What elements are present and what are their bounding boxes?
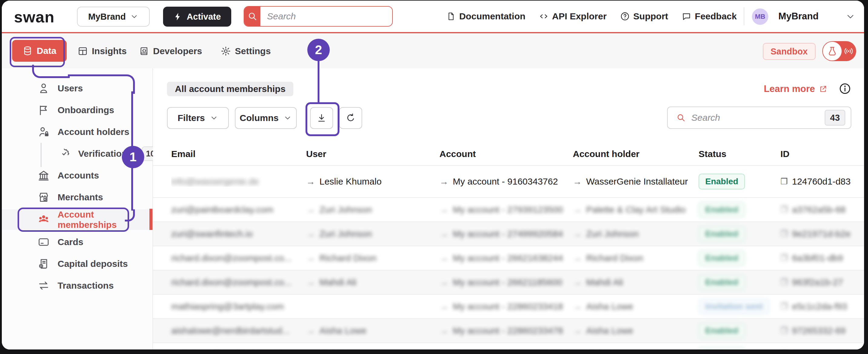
arrow-icon: → [439, 277, 448, 287]
copy-icon[interactable]: ❐ [780, 177, 788, 186]
arrow-icon: → [439, 205, 448, 215]
cell-id: 9e21971d-b2e [792, 229, 851, 239]
external-link-icon [818, 84, 828, 94]
table-row[interactable]: mathiaspring@3artplay.com →My account - … [153, 294, 864, 318]
cell-id: a3762a5b-68 [792, 205, 845, 215]
table-row[interactable]: aishalowe@nerdbirdartstud... →Aisha Lowe… [153, 343, 864, 350]
chevron-down-icon [210, 114, 218, 122]
sidebar-item-users[interactable]: Users [2, 78, 152, 99]
copy-icon: ❐ [780, 302, 788, 311]
cell-account[interactable]: My account - 9160343762 [453, 176, 558, 187]
documentation-link[interactable]: Documentation [446, 11, 525, 22]
arrow-icon: → [306, 176, 315, 187]
live-signal-icon [844, 46, 854, 56]
sidebar-item-capital-deposits[interactable]: Capital deposits [2, 253, 152, 274]
tab-developers[interactable]: Developers [139, 46, 202, 56]
database-icon [23, 46, 33, 56]
sidebar: Users Onboardings Account holders Verifi… [2, 68, 153, 350]
status-badge: Enabled [699, 202, 745, 217]
cell-email: mathiaspring@3artplay.com [171, 302, 284, 312]
cell-email: zuri@paintboardclay.com [171, 205, 273, 215]
transfer-icon [38, 280, 50, 292]
cell-holder[interactable]: WasserGenie Installateur [586, 176, 688, 187]
nav-bar: Data Insights Developers Settings Sandbo… [2, 33, 864, 69]
project-selector[interactable]: MyBrand [77, 7, 150, 27]
cell-id: 6a3bf01-db9 [792, 253, 843, 263]
swan-logo: swan [14, 8, 55, 26]
sidebar-label: Transactions [58, 281, 114, 291]
sidebar-item-accounts[interactable]: Accounts [2, 165, 152, 186]
sidebar-item-account-memberships[interactable]: Account memberships [2, 209, 152, 230]
tab-insights[interactable]: Insights [78, 46, 127, 56]
table-row[interactable]: zuri@paintboardclay.com →Zuri Johnson →M… [153, 197, 864, 221]
top-bar: swan MyBrand Activate Documentation API … [2, 1, 864, 32]
table-row[interactable]: info@wassergenie.de →Leslie Khumalo →My … [153, 165, 864, 197]
app-window: swan MyBrand Activate Documentation API … [2, 1, 864, 350]
arrow-icon: → [573, 302, 582, 312]
info-icon[interactable] [839, 82, 851, 95]
sidebar-label: Capital deposits [58, 259, 128, 269]
sidebar-item-cards[interactable]: Cards [2, 232, 152, 252]
cell-holder: Mahdi Ali [586, 277, 623, 287]
search-icon [247, 11, 258, 22]
arrow-icon: → [439, 229, 448, 239]
api-explorer-label: API Explorer [552, 11, 607, 22]
table-row[interactable]: richard.dixon@zoompost.co... →Richard Di… [153, 246, 864, 270]
cell-account: My account - 26621185600 [453, 277, 562, 287]
tab-data[interactable]: Data [12, 40, 67, 62]
user-icon [38, 82, 50, 95]
view-chip[interactable]: All account memberships [167, 82, 293, 96]
group-icon [38, 214, 50, 226]
export-button[interactable] [310, 107, 333, 129]
sidebar-item-verifications[interactable]: Verifications 10 [2, 143, 152, 164]
cell-email: aishalowe@nerdbirdartstud... [171, 325, 290, 336]
sidebar-item-transactions[interactable]: Transactions [2, 275, 152, 296]
tab-insights-label: Insights [92, 46, 127, 56]
arrow-icon: → [306, 229, 315, 239]
chevron-down-icon [283, 114, 292, 122]
sidebar-item-onboardings[interactable]: Onboardings [2, 100, 152, 120]
tab-settings[interactable]: Settings [221, 46, 271, 56]
active-item-indicator [149, 209, 152, 230]
table-row[interactable]: zuri@swanfintech.io →Zuri Johnson →My ac… [153, 221, 864, 246]
columns-button[interactable]: Columns [235, 107, 297, 129]
sidebar-label: Onboardings [58, 105, 114, 115]
feedback-link[interactable]: Feedback [682, 11, 737, 22]
sidebar-item-account-holders[interactable]: Account holders [2, 121, 152, 142]
filters-button[interactable]: Filters [167, 107, 229, 129]
arrow-icon: → [573, 176, 582, 187]
global-search-input[interactable] [260, 7, 392, 26]
document-icon [446, 12, 456, 21]
cell-holder: Richard Dixon [586, 253, 643, 263]
sidebar-item-merchants[interactable]: Merchants [2, 187, 152, 208]
table-search-input[interactable] [686, 112, 825, 123]
activate-button[interactable]: Activate [163, 7, 231, 27]
receipt-icon [38, 258, 50, 270]
environment-toggle[interactable] [822, 41, 856, 61]
search-icon-cap[interactable] [244, 7, 260, 26]
cell-account: My account - 26621638244 [453, 253, 563, 263]
arrow-icon: → [573, 325, 582, 336]
api-explorer-link[interactable]: API Explorer [539, 11, 607, 22]
copy-icon: ❐ [780, 278, 788, 287]
cell-user[interactable]: Leslie Khumalo [319, 176, 381, 187]
user-menu-label[interactable]: MyBrand [778, 11, 818, 22]
cell-holder: Aisha Lowe [586, 302, 633, 312]
cell-user: Zuri Johnson [319, 229, 372, 239]
arrow-icon: → [573, 229, 582, 239]
refresh-button[interactable] [339, 107, 362, 129]
cell-id: e5c1c2da-f93 [792, 302, 847, 312]
bank-icon [38, 170, 50, 181]
main-content: All account memberships Learn more Filte… [153, 68, 864, 350]
support-link[interactable]: Support [620, 11, 668, 22]
chevron-down-icon[interactable] [845, 11, 856, 22]
table-row[interactable]: richard.dixon@zoompost.co... →Mahdi Ali … [153, 270, 864, 294]
avatar[interactable]: MB [752, 8, 768, 25]
cell-account: My account - 27939123500 [453, 205, 563, 215]
learn-more-link[interactable]: Learn more [764, 83, 828, 95]
cell-id: 97265332-69 [792, 325, 845, 336]
documentation-label: Documentation [459, 11, 525, 22]
table-row[interactable]: aishalowe@nerdbirdartstud... →Aisha Lowe… [153, 318, 864, 343]
cell-account: My account - 27499920584 [453, 229, 563, 239]
cell-id: 124760d1-d83 [792, 176, 851, 187]
